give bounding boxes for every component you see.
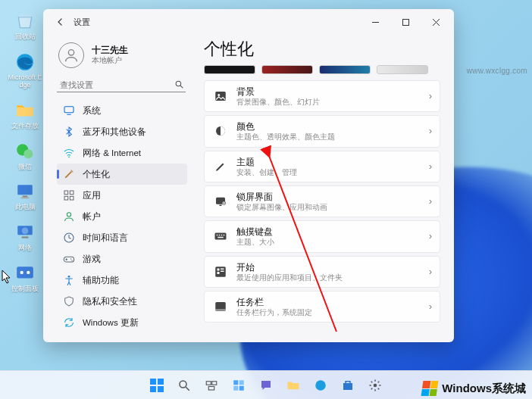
taskbar-chat[interactable] bbox=[255, 374, 277, 397]
nav-item-label: 个性化 bbox=[83, 169, 110, 180]
windows-logo-icon bbox=[421, 381, 439, 396]
nav-item-label: 帐户 bbox=[83, 211, 101, 223]
accessibility-icon bbox=[63, 274, 75, 286]
close-button[interactable] bbox=[421, 11, 451, 33]
theme-thumb[interactable] bbox=[377, 65, 428, 74]
svg-rect-42 bbox=[217, 237, 224, 238]
desktop-icon-label: 网络 bbox=[18, 245, 32, 252]
card-title: 触摸键盘 bbox=[236, 226, 420, 238]
svg-rect-47 bbox=[221, 270, 224, 272]
card-subtitle: 任务栏行为，系统固定 bbox=[236, 308, 420, 316]
card-lockscreen[interactable]: 锁屏界面锁定屏幕图像、应用和动画› bbox=[204, 185, 440, 217]
svg-rect-44 bbox=[217, 268, 220, 270]
svg-rect-60 bbox=[233, 380, 238, 385]
nav-item-system[interactable]: 系统 bbox=[57, 100, 187, 121]
desktop-icon-network[interactable]: 网络 bbox=[6, 222, 44, 252]
svg-point-31 bbox=[217, 94, 220, 96]
svg-point-55 bbox=[180, 381, 186, 388]
minimize-button[interactable] bbox=[360, 11, 390, 33]
desktop-icon-label: 文件存放 bbox=[11, 123, 39, 130]
card-touchkbd[interactable]: 触摸键盘主题、大小› bbox=[204, 220, 440, 252]
sidebar: 十三先生 本地帐户 系统蓝牙和其他设备网络 & Internet个性化应用帐户时… bbox=[43, 35, 193, 342]
card-subtitle: 主题、大小 bbox=[236, 238, 420, 246]
svg-rect-39 bbox=[219, 235, 221, 236]
nav-item-label: 时间和语言 bbox=[83, 232, 128, 244]
nav-item-label: 隐私和安全性 bbox=[83, 296, 137, 307]
colors-icon bbox=[214, 124, 227, 138]
theme-thumbnails bbox=[204, 65, 440, 80]
nav-item-accessibility[interactable]: 辅助功能 bbox=[57, 270, 187, 291]
nav: 系统蓝牙和其他设备网络 & Internet个性化应用帐户时间和语言游戏辅助功能… bbox=[57, 100, 187, 333]
svg-rect-22 bbox=[64, 196, 68, 200]
desktop-icons: 回收站 Microsoft Edge 文件存放 微信 此电脑 网络 控制面板 bbox=[6, 11, 44, 293]
taskbar-widgets[interactable] bbox=[227, 374, 250, 397]
card-colors[interactable]: 颜色主题色、透明效果、颜色主题› bbox=[204, 115, 440, 147]
svg-point-10 bbox=[20, 271, 23, 274]
nav-item-label: 游戏 bbox=[83, 254, 101, 265]
svg-rect-51 bbox=[150, 379, 156, 385]
svg-point-28 bbox=[71, 260, 72, 260]
svg-rect-63 bbox=[239, 385, 244, 390]
taskbar-settings[interactable] bbox=[364, 374, 386, 397]
avatar-icon bbox=[58, 42, 84, 68]
taskbar-start[interactable] bbox=[146, 374, 168, 397]
card-title: 颜色 bbox=[236, 121, 420, 132]
card-background[interactable]: 背景背景图像、颜色、幻灯片› bbox=[204, 80, 440, 112]
recycle-icon bbox=[14, 11, 36, 32]
search-field[interactable] bbox=[60, 80, 170, 89]
theme-thumb[interactable] bbox=[261, 65, 313, 74]
desktop-icon-recycle[interactable]: 回收站 bbox=[6, 11, 44, 41]
lockscreen-icon bbox=[214, 195, 227, 208]
svg-point-24 bbox=[67, 213, 70, 217]
nav-item-personalize[interactable]: 个性化 bbox=[57, 164, 187, 185]
taskbar-edge[interactable] bbox=[309, 374, 332, 397]
svg-rect-4 bbox=[23, 196, 28, 198]
titlebar: 设置 bbox=[43, 9, 454, 35]
desktop-icon-folder[interactable]: 文件存放 bbox=[6, 100, 44, 130]
brand-text: Windows系统城 bbox=[442, 382, 526, 396]
taskbar-explorer[interactable] bbox=[282, 374, 305, 397]
nav-item-gaming[interactable]: 游戏 bbox=[57, 248, 187, 270]
desktop-icon-control[interactable]: 控制面板 bbox=[6, 263, 44, 293]
taskbar-search[interactable] bbox=[173, 374, 196, 397]
nav-item-network[interactable]: 网络 & Internet bbox=[57, 142, 187, 164]
nav-item-time-lang[interactable]: 时间和语言 bbox=[57, 227, 187, 248]
content: 个性化 背景背景图像、颜色、幻灯片›颜色主题色、透明效果、颜色主题›主题安装、创… bbox=[193, 35, 454, 342]
search-input[interactable] bbox=[57, 77, 186, 92]
chevron-right-icon: › bbox=[429, 126, 432, 136]
taskbar-taskview[interactable] bbox=[200, 374, 223, 397]
maximize-button[interactable] bbox=[390, 11, 421, 33]
start-icon bbox=[214, 265, 227, 279]
control-icon bbox=[14, 263, 36, 284]
desktop-icon-edge[interactable]: Microsoft Edge bbox=[6, 51, 44, 89]
desktop-icon-thispc[interactable]: 此电脑 bbox=[6, 181, 44, 211]
desktop-icon-wechat[interactable]: 微信 bbox=[6, 141, 44, 171]
svg-point-27 bbox=[70, 258, 71, 259]
nav-item-privacy[interactable]: 隐私和安全性 bbox=[57, 291, 187, 312]
theme-thumb[interactable] bbox=[204, 65, 255, 74]
theme-thumb[interactable] bbox=[319, 65, 371, 74]
back-button[interactable] bbox=[51, 12, 70, 32]
svg-rect-23 bbox=[70, 196, 74, 200]
nav-item-label: 网络 & Internet bbox=[83, 148, 141, 159]
profile[interactable]: 十三先生 本地帐户 bbox=[57, 38, 187, 77]
svg-rect-57 bbox=[206, 381, 211, 385]
privacy-icon bbox=[63, 295, 75, 307]
taskbar-store[interactable] bbox=[336, 374, 359, 397]
card-start[interactable]: 开始最近使用的应用和项目、文件夹› bbox=[204, 256, 440, 288]
nav-item-update[interactable]: Windows 更新 bbox=[57, 312, 187, 333]
system-icon bbox=[63, 104, 75, 117]
card-subtitle: 最近使用的应用和项目、文件夹 bbox=[236, 273, 420, 282]
card-title: 背景 bbox=[236, 86, 420, 98]
chevron-right-icon: › bbox=[429, 267, 432, 277]
svg-rect-34 bbox=[220, 205, 222, 207]
card-themes[interactable]: 主题安装、创建、管理› bbox=[204, 151, 440, 182]
card-title: 主题 bbox=[236, 157, 420, 168]
nav-item-bluetooth[interactable]: 蓝牙和其他设备 bbox=[57, 121, 187, 142]
profile-type: 本地帐户 bbox=[92, 56, 128, 66]
nav-item-accounts[interactable]: 帐户 bbox=[57, 206, 187, 227]
svg-rect-58 bbox=[212, 381, 217, 385]
nav-item-apps[interactable]: 应用 bbox=[57, 185, 187, 206]
card-taskbar[interactable]: 任务栏任务栏行为，系统固定› bbox=[204, 291, 440, 323]
window-controls bbox=[360, 11, 451, 33]
